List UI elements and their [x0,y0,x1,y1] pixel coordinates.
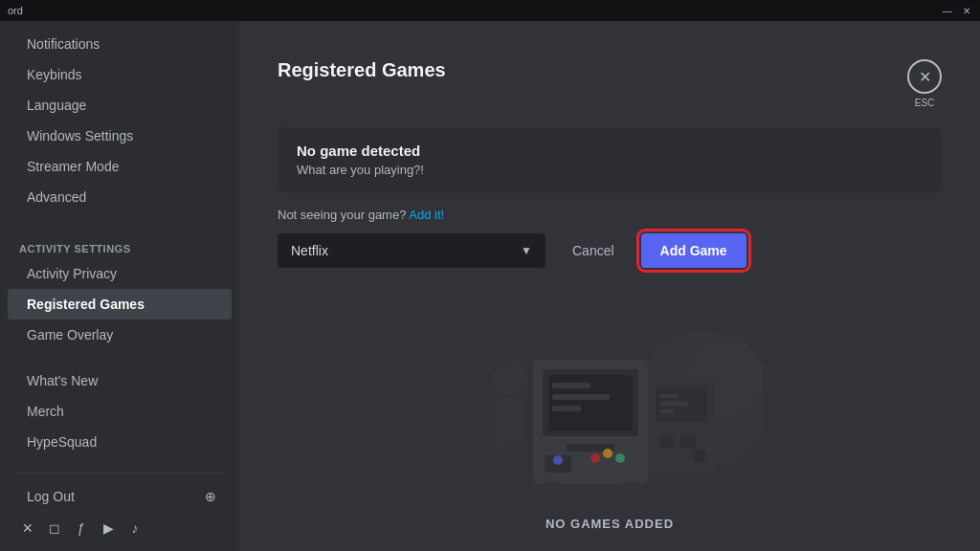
log-out-button[interactable]: Log Out ⊕ [8,481,232,512]
content-area: Registered Games ✕ ESC No game detected … [239,21,980,551]
sidebar-item-activity-privacy[interactable]: Activity Privacy [8,258,232,289]
no-game-title: No game detected [297,143,923,159]
sidebar-item-merch[interactable]: Merch [8,396,232,427]
sidebar-item-language[interactable]: Language [8,90,232,121]
social-icons: ✕ ◻ ƒ ▶ ♪ [0,512,239,544]
sidebar-item-registered-games[interactable]: Registered Games [8,289,232,320]
svg-point-12 [603,449,612,458]
svg-rect-7 [552,406,581,411]
sidebar-item-hypesquad[interactable]: HypeSquad [8,427,232,457]
sidebar-item-whats-new[interactable]: What's New [8,365,232,396]
svg-rect-14 [543,482,562,492]
window-controls: — ✕ [942,5,972,16]
version-info: Stable 272625 (c3f0b04) Host 1.0.9034 x8… [0,544,239,551]
log-out-icon: ⊕ [205,489,216,504]
close-x-icon: ✕ [919,68,931,86]
page-title: Registered Games [278,59,446,81]
svg-rect-18 [659,394,679,398]
sidebar-item-notifications[interactable]: Notifications [8,29,232,59]
youtube-icon[interactable]: ▶ [100,519,117,537]
svg-rect-22 [680,436,696,448]
game-dropdown[interactable]: Netflix ▼ [278,233,546,268]
sidebar-item-streamer-mode[interactable]: Streamer Mode [8,151,232,182]
svg-rect-21 [659,436,675,448]
add-game-prompt: Not seeing your game? Add it! [278,208,942,222]
close-button-area: ✕ ESC [907,59,942,108]
svg-point-10 [553,455,563,465]
illustration-area [278,283,942,509]
add-it-link[interactable]: Add it! [409,208,444,222]
no-game-subtitle: What are you playing?! [297,163,923,177]
esc-label: ESC [915,98,935,108]
chevron-down-icon: ▼ [521,244,532,257]
sidebar: Notifications Keybinds Language Windows … [0,21,239,551]
svg-point-24 [492,362,526,396]
minimize-button[interactable]: — [942,5,953,16]
sidebar-item-game-overlay[interactable]: Game Overlay [8,320,232,350]
sidebar-item-keybinds[interactable]: Keybinds [8,59,232,90]
sidebar-item-advanced[interactable]: Advanced [8,182,232,212]
svg-rect-6 [552,394,610,400]
activity-settings-header: ACTIVITY SETTINGS [0,228,239,258]
arcade-illustration [457,302,763,494]
sidebar-divider-3 [15,473,224,474]
sidebar-bottom: Log Out ⊕ ✕ ◻ ƒ ▶ ♪ Stable 272625 (c3f0b… [0,457,239,551]
dropdown-value: Netflix [291,243,328,258]
add-game-button[interactable]: Add Game [641,233,746,268]
log-out-label: Log Out [27,489,75,504]
tiktok-icon[interactable]: ♪ [126,519,144,537]
no-games-label: NO GAMES ADDED [278,517,942,531]
facebook-icon[interactable]: ƒ [73,519,90,537]
instagram-icon[interactable]: ◻ [46,519,63,537]
svg-rect-19 [659,402,688,406]
titlebar: ord — ✕ [0,0,980,21]
game-detection-box: No game detected What are you playing?! [278,127,942,192]
svg-rect-5 [552,383,590,388]
close-settings-button[interactable]: ✕ [907,59,942,94]
svg-rect-23 [694,451,705,462]
page-header: Registered Games ✕ ESC [278,59,942,108]
svg-rect-15 [619,482,638,492]
app-title: ord [8,5,23,16]
svg-rect-20 [659,409,674,413]
not-seeing-text: Not seeing your game? [278,208,406,222]
svg-point-13 [615,453,625,463]
close-window-button[interactable]: ✕ [961,5,972,16]
main-content: Notifications Keybinds Language Windows … [0,21,980,551]
dropdown-row: Netflix ▼ Cancel Add Game [278,233,942,268]
svg-rect-25 [495,398,523,446]
svg-point-11 [590,453,600,463]
twitter-icon[interactable]: ✕ [19,519,36,537]
sidebar-item-windows-settings[interactable]: Windows Settings [8,121,232,151]
cancel-button[interactable]: Cancel [557,235,630,266]
